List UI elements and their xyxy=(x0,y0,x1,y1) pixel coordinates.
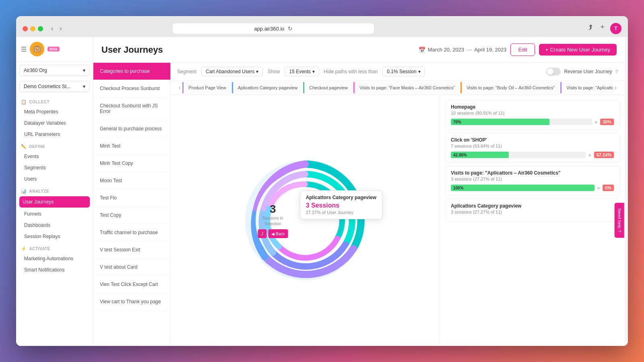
sidebar-item-events[interactable]: Events xyxy=(16,151,93,162)
journey-item-checkout-sunburst[interactable]: Checkout Process Sunburst xyxy=(93,80,170,97)
sidebar-item-dashboards[interactable]: Dashboards xyxy=(16,220,93,231)
flow-step-1[interactable]: Product Page View xyxy=(182,82,231,93)
analyze-label: ANALYZE xyxy=(29,189,50,193)
sidebar-item-datalayer-variables[interactable]: Datalayer Variables xyxy=(16,117,93,129)
stat-dot-2[interactable]: ● xyxy=(588,152,591,158)
reverse-toggle[interactable] xyxy=(546,68,561,76)
calendar-icon: 📅 xyxy=(419,47,425,53)
help-icon[interactable]: ? xyxy=(615,69,618,75)
journey-item-moon-test[interactable]: Moon Test xyxy=(93,172,170,189)
demo-chevron-icon: ▾ xyxy=(83,84,85,89)
demo-label: Demo Cosmetics St... xyxy=(24,84,70,89)
collect-icon: 📋 xyxy=(21,99,27,105)
refresh-icon[interactable]: ↻ xyxy=(288,25,293,32)
donut-j-button[interactable]: J xyxy=(258,229,266,238)
toggle-thumb xyxy=(547,68,553,75)
sankey-area: 3 Sessions inSelection J ◀ Back Aplicatt… xyxy=(171,95,440,346)
journey-item-general-purchase[interactable]: General to purchase process xyxy=(93,120,170,138)
maximize-button-tl[interactable] xyxy=(38,26,43,31)
back-arrow-icon[interactable]: ‹ xyxy=(50,24,55,33)
donut-label: Sessions inSelection xyxy=(258,216,288,227)
journey-item-v-session-exit[interactable]: V test Session Exit xyxy=(93,241,170,259)
sidebar-item-users[interactable]: Users xyxy=(16,173,93,185)
date-from: March 20, 2023 xyxy=(428,47,464,53)
edit-button[interactable]: Edit xyxy=(510,43,535,56)
demo-selector[interactable]: Demo Cosmetics St... ▾ xyxy=(19,81,90,92)
stat-bar-fill-2: 42.86% xyxy=(451,152,509,158)
address-bar[interactable]: app.air360.io ↻ xyxy=(173,23,374,34)
new-tab-icon[interactable]: + xyxy=(600,23,605,34)
date-separator: — xyxy=(466,47,472,53)
journey-item-categories[interactable]: Categories to purchase xyxy=(93,63,170,80)
journey-item-minh-test-copy[interactable]: Minh Test Copy xyxy=(93,155,170,172)
journey-item-test-copy[interactable]: Test Copy xyxy=(93,207,170,224)
org-chevron-icon: ▾ xyxy=(83,68,85,73)
sidebar-item-user-journeys[interactable]: User Journeys xyxy=(19,196,90,208)
define-label: DEFINE xyxy=(29,144,45,149)
reverse-label: Reverse User Journey xyxy=(564,69,612,74)
header-right: 📅 March 20, 2023 — April 19, 2023 Edit +… xyxy=(419,43,617,56)
close-button-tl[interactable] xyxy=(23,26,28,31)
date-range: 📅 March 20, 2023 — April 19, 2023 xyxy=(419,47,507,53)
donut-back-button[interactable]: ◀ Back xyxy=(268,229,288,238)
stat-pct-red-3: 0% xyxy=(603,185,614,191)
journey-item-vien-test[interactable]: Vien Test Click Except Cart xyxy=(93,276,170,293)
create-journey-button[interactable]: + Create New User Journey xyxy=(539,44,617,56)
stat-dot-1[interactable]: ● xyxy=(594,119,598,125)
visualization-area: 3 Sessions inSelection J ◀ Back Aplicatt… xyxy=(171,95,625,346)
sidebar-item-marketing-automations[interactable]: Marketing Automations xyxy=(16,253,93,264)
share-icon[interactable]: ⮭ xyxy=(587,23,594,34)
journey-item-v-about-card[interactable]: V test about Card xyxy=(93,259,170,276)
minimize-button-tl[interactable] xyxy=(30,26,35,31)
traffic-lights xyxy=(23,26,43,31)
stat-bar-bg-1: 70% xyxy=(451,119,592,125)
sidebar-item-smart-notifications[interactable]: Smart Notifications xyxy=(16,264,93,276)
page-title: User Journeys xyxy=(101,45,163,55)
journey-item-minh-test[interactable]: Minh Test xyxy=(93,138,170,155)
tooltip-pct: 27.27% of User Journey xyxy=(306,210,376,215)
create-journey-label: Create New User Journey xyxy=(550,47,610,53)
user-avatar[interactable]: T xyxy=(610,23,621,34)
journey-main: Segment Cart Abandoned Users ▾ Show 15 E… xyxy=(171,63,625,346)
hide-dropdown[interactable]: 0.1% Session ▾ xyxy=(382,67,425,76)
sidebar-item-session-replays[interactable]: Session Replays xyxy=(16,231,93,242)
donut-number: 3 xyxy=(258,203,288,216)
need-help-tab[interactable]: Need help ? xyxy=(614,203,624,238)
flow-step-5[interactable]: Visits to page: "Body Oil – Air360 Cosme… xyxy=(460,82,559,93)
journey-item-view-cart[interactable]: View cart to Thank you page xyxy=(93,293,170,311)
main-content: User Journeys 📅 March 20, 2023 — April 1… xyxy=(93,37,625,346)
sidebar-item-funnels[interactable]: Funnels xyxy=(16,208,93,220)
flow-next-button[interactable]: › xyxy=(613,81,618,95)
flow-steps: Product Page View Aplicattors Category p… xyxy=(182,82,613,93)
stat-bar-row-3: 100% ● 0% xyxy=(451,185,614,191)
sidebar-item-segments[interactable]: Segments xyxy=(16,162,93,173)
forward-arrow-icon[interactable]: › xyxy=(58,24,63,33)
flow-step-4[interactable]: Visits to page: "Face Masks – Air360 Cos… xyxy=(353,82,460,93)
org-selector[interactable]: Air360 Org ▾ xyxy=(19,65,90,76)
scrollbar-track[interactable] xyxy=(625,37,628,346)
plus-icon: + xyxy=(545,47,549,53)
browser-window: ‹ › app.air360.io ↻ ⮭ + T ☰ 🐵 Beta Air36… xyxy=(16,16,628,346)
stat-sessions-4: 3 sessions (27.27% of 11) xyxy=(451,210,614,214)
section-collect: 📋 COLLECT xyxy=(16,95,93,106)
stat-bar-fill-1: 70% xyxy=(451,119,549,125)
hamburger-icon[interactable]: ☰ xyxy=(21,45,27,53)
stat-sessions-3: 3 sessions (27.27% of 11) xyxy=(451,177,614,181)
stat-dot-3[interactable]: ● xyxy=(597,185,600,191)
sidebar-item-url-parameters[interactable]: URL Parameters xyxy=(16,129,93,140)
flow-prev-button[interactable]: ‹ xyxy=(177,81,182,95)
journey-item-checkout-js-error[interactable]: Checkout Sunburst with JS Error xyxy=(93,97,170,120)
segment-dropdown[interactable]: Cart Abandoned Users ▾ xyxy=(201,67,263,76)
journey-item-test-flo[interactable]: Test Flo xyxy=(93,189,170,207)
stat-bar-bg-2: 42.86% xyxy=(451,152,586,158)
activate-label: ACTIVATE xyxy=(29,247,51,251)
journey-list: Categories to purchase Checkout Process … xyxy=(93,63,171,346)
flow-step-2[interactable]: Aplicattors Category pageview xyxy=(232,82,303,93)
show-dropdown[interactable]: 15 Events ▾ xyxy=(285,67,319,76)
flow-step-6[interactable]: Visits to page: "Aplicattors – Air360 Co… xyxy=(560,82,613,93)
sidebar-item-meta-properties[interactable]: Meta Properties xyxy=(16,106,93,117)
section-define: ✏️ DEFINE xyxy=(16,140,93,151)
journey-item-traffic-channel[interactable]: Traffic channel to purchase xyxy=(93,224,170,241)
stat-title-1: Homepage xyxy=(451,104,614,110)
flow-step-3[interactable]: Checkout pageview xyxy=(303,82,353,93)
